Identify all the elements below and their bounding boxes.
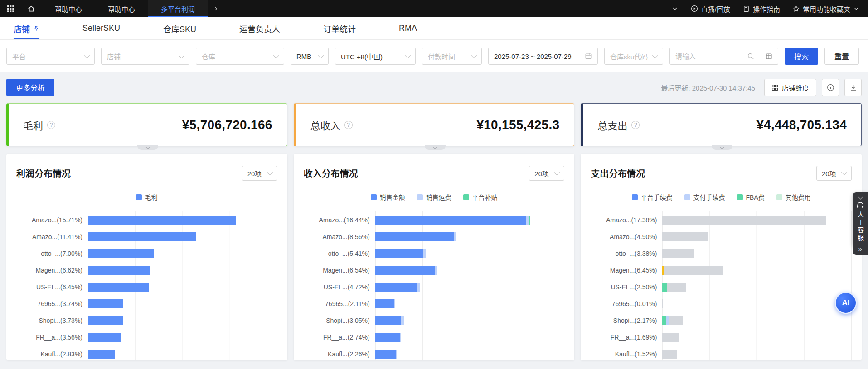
- bar-segment[interactable]: [667, 283, 686, 292]
- bar-segment[interactable]: [88, 350, 115, 359]
- bar-segment[interactable]: [662, 249, 694, 258]
- bar-segment[interactable]: [375, 266, 435, 275]
- bar-row: Shopi...(3.73%): [16, 312, 277, 329]
- bar-segment[interactable]: [662, 216, 826, 225]
- legend-item[interactable]: 毛利: [136, 192, 158, 201]
- bar-segment[interactable]: [401, 316, 404, 325]
- operation-guide-button[interactable]: 操作指南: [743, 4, 780, 14]
- bar-segment[interactable]: [662, 283, 666, 292]
- bar-segment[interactable]: [375, 333, 400, 342]
- legend-item[interactable]: 支付手续费: [684, 192, 725, 201]
- date-range-picker[interactable]: 2025-07-23 ~ 2025-07-29: [488, 48, 598, 65]
- home-icon: [27, 5, 35, 13]
- bar-segment[interactable]: [417, 283, 420, 292]
- tab-scroll-right-button[interactable]: [208, 0, 223, 17]
- help-icon[interactable]: ?: [47, 121, 55, 129]
- tab-shop[interactable]: 店铺: [14, 17, 39, 39]
- batch-input-button[interactable]: [760, 48, 778, 65]
- bar-row: otto_...(5.41%): [304, 245, 565, 262]
- currency-select[interactable]: RMB: [291, 48, 329, 65]
- platform-select[interactable]: 平台: [6, 48, 95, 65]
- bar-segment[interactable]: [88, 316, 123, 325]
- bar-segment[interactable]: [400, 333, 401, 342]
- bar-segment[interactable]: [662, 232, 708, 241]
- bar-segment[interactable]: [394, 299, 395, 308]
- kpi-expand-handle[interactable]: [137, 145, 158, 150]
- topbar-tab-help-1[interactable]: 帮助中心: [42, 0, 95, 17]
- help-icon[interactable]: ?: [631, 121, 640, 129]
- bar-segment[interactable]: [529, 216, 530, 225]
- download-button[interactable]: [844, 79, 862, 96]
- bar-segment[interactable]: [375, 350, 396, 359]
- bar-segment[interactable]: [375, 316, 401, 325]
- reset-button[interactable]: 重置: [824, 48, 859, 65]
- bar-segment[interactable]: [375, 232, 454, 241]
- timezone-select[interactable]: UTC +8(中国): [335, 48, 416, 65]
- top-n-select[interactable]: 20项: [816, 166, 852, 181]
- bar-segment[interactable]: [375, 299, 395, 308]
- shop-dimension-button[interactable]: 店铺维度: [764, 79, 816, 96]
- legend-item[interactable]: FBA费: [737, 192, 765, 201]
- warehouse-select[interactable]: 仓库: [196, 48, 284, 65]
- bar-segment[interactable]: [435, 266, 437, 275]
- bar-segment[interactable]: [88, 249, 154, 258]
- chart-legend: 销售金额销售运费平台补贴: [304, 192, 565, 201]
- tab-label: 店铺: [14, 23, 30, 34]
- tab-rma[interactable]: RMA: [399, 17, 417, 39]
- bar-segment[interactable]: [669, 316, 683, 325]
- bar-segment[interactable]: [375, 249, 423, 258]
- favorites-menu[interactable]: 常用功能收藏夹: [793, 4, 859, 14]
- sku-field-select[interactable]: 仓库sku代码: [604, 48, 663, 65]
- bar-segment[interactable]: [375, 283, 418, 292]
- topbar-collapse-button[interactable]: [672, 5, 678, 12]
- bar-segment[interactable]: [396, 350, 397, 359]
- home-button[interactable]: [21, 0, 42, 17]
- bar-segment[interactable]: [375, 216, 526, 225]
- sidebar-collapse-button[interactable]: »: [853, 242, 868, 255]
- bar-segment[interactable]: [662, 350, 677, 359]
- customer-service-widget[interactable]: 人工客服: [853, 192, 868, 247]
- kpi-expand-handle[interactable]: [425, 145, 446, 150]
- bar-segment[interactable]: [88, 232, 196, 241]
- legend-item[interactable]: 平台补贴: [463, 192, 498, 201]
- bar-segment[interactable]: [662, 333, 678, 342]
- keyword-input[interactable]: [675, 53, 739, 60]
- payment-time-select[interactable]: 付款时间: [422, 48, 482, 65]
- search-button[interactable]: 搜索: [785, 48, 818, 65]
- bar-segment[interactable]: [526, 216, 529, 225]
- legend-swatch: [136, 194, 142, 200]
- info-button[interactable]: [822, 79, 839, 96]
- live-replay-button[interactable]: 直播/回放: [691, 4, 730, 14]
- shop-select[interactable]: 店铺: [101, 48, 189, 65]
- bar-segment[interactable]: [423, 249, 426, 258]
- apps-grid-button[interactable]: [0, 0, 21, 17]
- bar-segment[interactable]: [662, 316, 666, 325]
- top-n-select[interactable]: 20项: [529, 166, 564, 181]
- tab-order-stats[interactable]: 订单统计: [323, 17, 356, 39]
- bar-track: [88, 262, 277, 278]
- top-n-select[interactable]: 20项: [242, 166, 277, 181]
- bar-segment[interactable]: [88, 216, 236, 225]
- help-icon[interactable]: ?: [344, 121, 353, 129]
- bar-segment[interactable]: [88, 333, 121, 342]
- tab-seller-sku[interactable]: SellerSKU: [82, 17, 120, 39]
- legend-item[interactable]: 其他费用: [776, 192, 811, 201]
- bar-segment[interactable]: [88, 283, 149, 292]
- bar-segment[interactable]: [454, 232, 456, 241]
- topbar-tab-multi-platform-profit[interactable]: 多平台利润: [148, 0, 208, 17]
- legend-item[interactable]: 销售运费: [417, 192, 451, 201]
- bar-segment[interactable]: [88, 266, 150, 275]
- kpi-expand-handle[interactable]: [712, 145, 732, 150]
- bar-segment[interactable]: [664, 266, 723, 275]
- bar-segment[interactable]: [662, 299, 663, 308]
- bar-segment[interactable]: [88, 299, 123, 308]
- top-n-value: 20项: [822, 168, 836, 178]
- tab-operation-manager[interactable]: 运营负责人: [239, 17, 280, 39]
- topbar-tab-help-2[interactable]: 帮助中心: [95, 0, 148, 17]
- tab-warehouse-sku[interactable]: 仓库SKU: [163, 17, 196, 39]
- legend-item[interactable]: 销售金额: [371, 192, 405, 201]
- ai-assistant-button[interactable]: AI: [835, 292, 857, 314]
- legend-item[interactable]: 平台手续费: [632, 192, 673, 201]
- bar-row: Kaufl...(2.26%): [304, 345, 565, 360]
- more-analysis-button[interactable]: 更多分析: [6, 79, 54, 96]
